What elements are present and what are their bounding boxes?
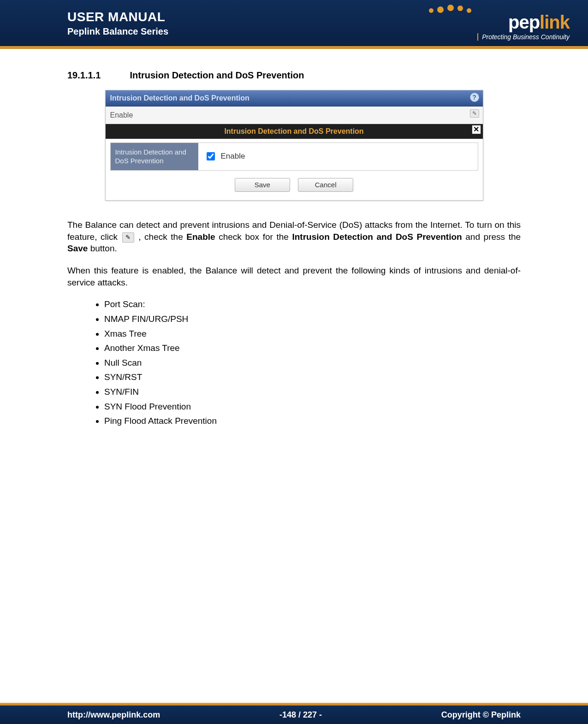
logo-post: link — [540, 12, 570, 32]
section-heading: 19.1.1.1 Intrusion Detection and DoS Pre… — [67, 69, 521, 82]
modal-field-label: Intrusion Detection and DoS Prevention — [111, 143, 198, 170]
footer-copyright: Copyright © Peplink — [441, 710, 521, 720]
list-item: Port Scan: — [104, 298, 521, 310]
modal-area: Intrusion Detection and DoS Prevention ✕… — [106, 124, 483, 200]
attack-list: Port Scan: NMAP FIN/URG/PSH Xmas Tree An… — [67, 298, 521, 427]
panel-row-enable: Enable ✎ — [106, 107, 483, 125]
logo-dots-icon — [429, 6, 498, 15]
header-titles: USER MANUAL Peplink Balance Series — [67, 10, 168, 37]
paragraph-2: When this feature is enabled, the Balanc… — [67, 265, 521, 288]
list-item: SYN/FIN — [104, 386, 521, 398]
edit-icon[interactable]: ✎ — [470, 109, 479, 118]
enable-checkbox-label: Enable — [221, 151, 245, 162]
modal-field: Enable — [198, 143, 478, 170]
footer-page: -148 / 227 - — [279, 710, 322, 720]
list-item: Ping Flood Attack Prevention — [104, 415, 521, 427]
logo-text: peplink — [508, 13, 570, 31]
cancel-button[interactable]: Cancel — [298, 178, 353, 192]
doc-subtitle: Peplink Balance Series — [67, 26, 168, 37]
brand-logo: peplink Protecting Business Continuity — [404, 0, 570, 46]
save-button[interactable]: Save — [235, 178, 290, 192]
section-title: Intrusion Detection and DoS Prevention — [130, 70, 304, 80]
panel-title: Intrusion Detection and DoS Prevention — [110, 94, 249, 102]
modal-title: Intrusion Detection and DoS Prevention — [224, 127, 363, 135]
page-header: USER MANUAL Peplink Balance Series pepli… — [0, 0, 588, 46]
section-number: 19.1.1.1 — [67, 69, 127, 82]
paragraph-1: The Balance can detect and prevent intru… — [67, 219, 521, 255]
inline-edit-icon: ✎ — [122, 232, 134, 243]
enable-checkbox[interactable] — [207, 152, 215, 160]
modal-body: Intrusion Detection and DoS Prevention E… — [110, 142, 478, 171]
list-item: Another Xmas Tree — [104, 342, 521, 354]
panel-row-label: Enable — [110, 111, 133, 119]
footer-url: http://www.peplink.com — [67, 710, 160, 720]
modal-buttons: Save Cancel — [106, 174, 483, 192]
logo-tagline: Protecting Business Continuity — [477, 33, 570, 41]
list-item: Xmas Tree — [104, 328, 521, 340]
ui-screenshot: Intrusion Detection and DoS Prevention ?… — [105, 90, 483, 201]
doc-title: USER MANUAL — [67, 10, 168, 24]
page-footer: http://www.peplink.com -148 / 227 - Copy… — [0, 706, 588, 724]
page-footer-wrap: http://www.peplink.com -148 / 227 - Copy… — [0, 703, 588, 724]
page-content: 19.1.1.1 Intrusion Detection and DoS Pre… — [0, 49, 588, 427]
panel-titlebar: Intrusion Detection and DoS Prevention ? — [106, 90, 483, 107]
list-item: Null Scan — [104, 357, 521, 369]
list-item: SYN Flood Prevention — [104, 401, 521, 413]
list-item: NMAP FIN/URG/PSH — [104, 313, 521, 325]
logo-pre: pep — [508, 12, 540, 32]
close-icon[interactable]: ✕ — [472, 125, 481, 134]
help-icon[interactable]: ? — [470, 93, 479, 102]
modal-titlebar: Intrusion Detection and DoS Prevention ✕ — [106, 124, 483, 139]
list-item: SYN/RST — [104, 371, 521, 383]
